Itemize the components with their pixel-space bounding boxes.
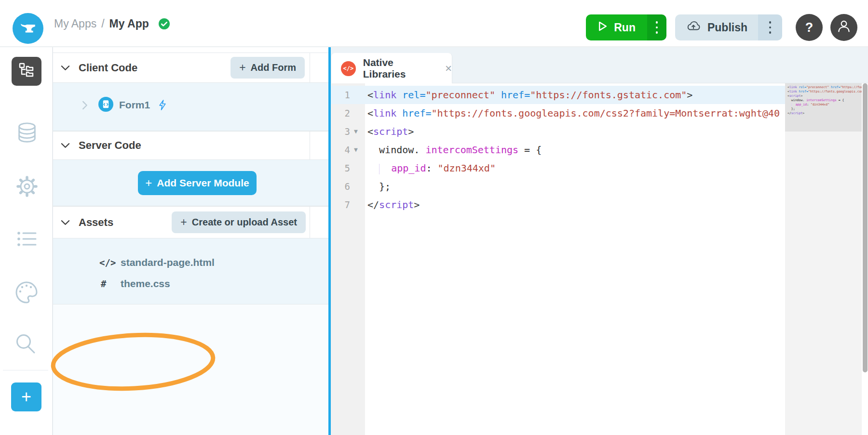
asset-item-theme-css[interactable]: # theme.css (53, 274, 329, 293)
line-number: 6 (331, 177, 350, 196)
app-header: My Apps / My App Run (0, 0, 868, 47)
publish-button-label: Publish (707, 21, 747, 34)
server-code-menu-button[interactable] (310, 132, 329, 159)
code-line[interactable]: 6 }; (331, 177, 785, 196)
scrollbar-thumb[interactable] (863, 83, 868, 372)
add-form-label: Add Form (251, 62, 296, 73)
rail-divider (3, 370, 48, 370)
minimap-line: window. intercomSettings = { (787, 98, 862, 103)
run-options-button[interactable] (647, 14, 666, 40)
form-icon (98, 97, 113, 114)
fold-arrow-icon[interactable]: ▼ (354, 141, 363, 159)
create-or-upload-asset-label: Create or upload Asset (192, 217, 297, 228)
code-text: </script> (367, 196, 420, 214)
kebab-icon (656, 21, 658, 34)
kebab-icon (769, 21, 772, 34)
chevron-right-icon[interactable] (82, 101, 88, 110)
css-file-icon: # (99, 278, 121, 289)
anvil-logo[interactable] (13, 13, 43, 44)
account-button[interactable] (830, 14, 857, 41)
code-editor: </> Native Libraries × 1<link rel="preco… (331, 47, 868, 435)
client-code-header: Client Code + Add Form (53, 53, 329, 83)
line-number: 4 (331, 141, 350, 159)
breadcrumb-app-name[interactable]: My App (109, 17, 149, 30)
html-file-icon: </> (99, 257, 121, 268)
editor-body[interactable]: 1<link rel="preconnect" href="https://fo… (331, 83, 868, 435)
asset-item-standard-page[interactable]: </> standard-page.html (53, 253, 329, 272)
run-button[interactable]: Run (586, 14, 647, 40)
plus-icon: + (239, 61, 245, 74)
tab-title: Native Libraries (363, 57, 438, 80)
list-icon (15, 244, 39, 252)
minimap-line: app_id: "dzn344xd" (787, 103, 862, 107)
play-icon (597, 21, 608, 35)
assets-content: </> standard-page.html # theme.css (53, 238, 329, 304)
saved-check-icon (159, 18, 170, 29)
code-line[interactable]: 7</script> (331, 196, 785, 214)
code-text: <script> (367, 122, 414, 141)
code-text: }; (367, 177, 391, 196)
code-line[interactable]: 2<link href="https://fonts.googleapis.co… (331, 104, 785, 122)
tab-native-libraries[interactable]: </> Native Libraries × (331, 53, 452, 84)
minimap-code: <link rel="preconnect" href="https://fon… (787, 85, 862, 116)
rail-item-theme[interactable] (14, 280, 40, 307)
run-button-label: Run (614, 21, 636, 34)
add-server-module-label: Add Server Module (157, 177, 249, 189)
rail-item-services-list[interactable] (15, 227, 39, 252)
code-text: window. intercomSettings = { (367, 141, 542, 159)
breadcrumb: My Apps / My App (54, 0, 170, 47)
minimap-line: </script> (787, 111, 862, 116)
minimap-line: <link href="https://fonts.googleapis.com… (787, 90, 862, 94)
publish-button-group: Publish (675, 14, 782, 40)
client-code-title: Client Code (79, 62, 137, 74)
publish-button[interactable]: Publish (675, 14, 758, 40)
chevron-down-icon[interactable] (61, 220, 70, 225)
code-text: <link href="https://fonts.googleapis.com… (367, 104, 780, 122)
rail-item-search[interactable] (14, 332, 38, 358)
fold-arrow-icon[interactable]: ▼ (354, 122, 363, 141)
minimap-line: <link rel="preconnect" href="https://fon… (787, 85, 862, 90)
rail-item-data-tables[interactable] (15, 120, 39, 149)
minimap[interactable]: <link rel="preconnect" href="https://fon… (785, 83, 862, 435)
chevron-down-icon[interactable] (61, 65, 70, 71)
cloud-upload-icon (686, 20, 701, 35)
breadcrumb-my-apps[interactable]: My Apps (54, 17, 96, 30)
rail-item-app-structure[interactable] (12, 57, 41, 86)
gear-icon (14, 192, 40, 200)
code-text: <link rel="preconnect" href="https://fon… (367, 86, 692, 104)
asset-name: theme.css (121, 278, 170, 290)
add-form-button[interactable]: + Add Form (231, 57, 305, 79)
chevron-down-icon[interactable] (61, 143, 70, 148)
anvil-ide: My Apps / My App Run (0, 0, 868, 435)
code-line[interactable]: 4▼ window. intercomSettings = { (331, 141, 785, 159)
form1-item[interactable]: Form1 (53, 94, 329, 116)
run-button-group: Run (586, 14, 666, 40)
asset-name: standard-page.html (121, 257, 215, 268)
create-or-upload-asset-button[interactable]: + Create or upload Asset (172, 211, 306, 233)
line-number: 2 (331, 104, 350, 122)
theme-tools-area: Snarf a theme: Browse... No file selecte… (53, 304, 329, 435)
close-icon[interactable]: × (445, 63, 452, 74)
publish-options-button[interactable] (758, 14, 782, 40)
plus-icon: + (180, 216, 187, 229)
code-tab-icon: </> (341, 61, 356, 76)
editor-scrollbar[interactable] (863, 83, 868, 435)
add-component-button[interactable]: + (11, 382, 41, 411)
code-line[interactable]: 3▼<script> (331, 122, 785, 141)
palette-icon (14, 298, 40, 306)
form1-label: Form1 (119, 99, 150, 111)
help-button[interactable]: ? (796, 14, 823, 41)
database-icon (15, 140, 39, 148)
code-line[interactable]: 1<link rel="preconnect" href="https://fo… (331, 86, 785, 104)
server-code-content: + Add Server Module (53, 160, 329, 206)
rail-item-settings[interactable] (14, 174, 40, 201)
client-code-menu-button[interactable] (310, 53, 329, 82)
client-code-content: Form1 (53, 83, 329, 131)
server-code-header: Server Code (53, 131, 329, 160)
add-server-module-button[interactable]: + Add Server Module (138, 171, 257, 195)
search-icon (14, 350, 38, 358)
plus-icon: + (145, 176, 152, 190)
line-number: 1 (331, 86, 350, 104)
code-line[interactable]: 5 app_id: "dzn344xd" (331, 159, 785, 177)
assets-menu-button[interactable] (310, 207, 329, 238)
